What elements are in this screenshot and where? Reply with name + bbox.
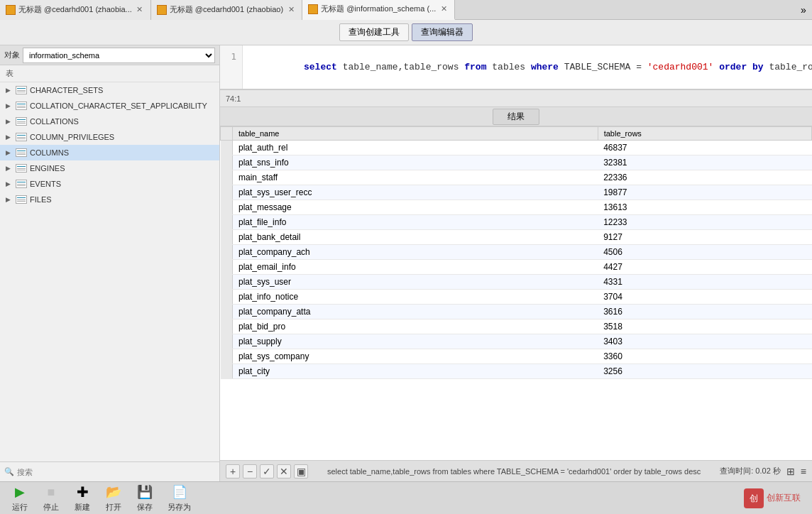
table-row[interactable]: plat_sys_user_recc19877 bbox=[221, 185, 812, 200]
table-icon bbox=[16, 117, 27, 126]
query-editor-button[interactable]: 查询编辑器 bbox=[412, 23, 473, 41]
cursor-position: 74:1 bbox=[226, 94, 241, 103]
code-editor[interactable]: select table_name,table_rows from tables… bbox=[243, 45, 812, 89]
results-area[interactable]: table_name table_rows plat_auth_rel46837… bbox=[220, 126, 812, 460]
brand-name: 创新互联 bbox=[767, 492, 801, 504]
sidebar-item-columns[interactable]: ▶ COLUMNS bbox=[0, 145, 219, 160]
cancel-edit-button[interactable]: ✕ bbox=[277, 464, 291, 479]
table-row[interactable]: plat_sys_user4331 bbox=[221, 275, 812, 290]
table-icon bbox=[16, 148, 27, 157]
db-select[interactable]: information_schema bbox=[23, 48, 215, 63]
save-button[interactable]: 💾 保存 bbox=[136, 483, 153, 513]
run-button[interactable]: ▶ 运行 bbox=[11, 483, 28, 513]
sidebar-item-collations[interactable]: ▶ COLLATIONS bbox=[0, 114, 219, 129]
tab-label-2: 无标题 @cedarhd001 (zhaobiao) bbox=[170, 4, 283, 15]
sidebar-item-column-privileges[interactable]: ▶ COLUMN_PRIVILEGES bbox=[0, 129, 219, 145]
results-button[interactable]: 结果 bbox=[493, 109, 539, 125]
remove-row-button[interactable]: − bbox=[243, 464, 257, 479]
table-row[interactable]: plat_email_info4427 bbox=[221, 260, 812, 275]
tab-1[interactable]: 无标题 @cedarhd001 (zhaobia... ✕ bbox=[0, 0, 151, 20]
sidebar-item-events[interactable]: ▶ EVENTS bbox=[0, 176, 219, 192]
query-time-text: 查询时间: 0.02 秒 bbox=[720, 466, 781, 476]
toolbar: 查询创建工具 查询编辑器 bbox=[0, 20, 812, 45]
table-icon bbox=[16, 164, 27, 173]
table-row[interactable]: plat_sys_company3360 bbox=[221, 349, 812, 364]
cell-table-rows: 3518 bbox=[598, 319, 811, 334]
table-row[interactable]: plat_company_atta3616 bbox=[221, 305, 812, 319]
table-row[interactable]: plat_bank_detail9127 bbox=[221, 230, 812, 245]
sidebar-items: ▶ CHARACTER_SETS ▶ COLLATION_CHARACTER_S… bbox=[0, 82, 219, 461]
check-button[interactable]: ✓ bbox=[260, 464, 274, 479]
new-button[interactable]: ✚ 新建 bbox=[74, 483, 91, 513]
stop-icon: ■ bbox=[43, 483, 60, 501]
expand-arrow: ▶ bbox=[6, 87, 13, 94]
sidebar-item-files[interactable]: ▶ FILES bbox=[0, 192, 219, 207]
expand-arrow: ▶ bbox=[6, 196, 13, 203]
bottom-toolbar: + − ✓ ✕ ▣ select table_name,table_rows f… bbox=[220, 460, 812, 481]
status-bar: 74:1 bbox=[220, 89, 812, 106]
list-icon[interactable]: ≡ bbox=[801, 466, 806, 477]
expand-arrow: ▶ bbox=[6, 102, 13, 109]
expand-arrow: ▶ bbox=[6, 180, 13, 187]
tab-2[interactable]: 无标题 @cedarhd001 (zhaobiao) ✕ bbox=[151, 0, 302, 20]
tab-close-3[interactable]: ✕ bbox=[439, 4, 449, 14]
table-row[interactable]: main_staff22336 bbox=[221, 170, 812, 185]
editor-area[interactable]: 1 select table_name,table_rows from tabl… bbox=[220, 45, 812, 89]
table-row[interactable]: plat_auth_rel46837 bbox=[221, 141, 812, 155]
cell-table-name: plat_info_notice bbox=[233, 290, 598, 305]
col-header-table-rows[interactable]: table_rows bbox=[598, 127, 811, 141]
table-row[interactable]: plat_company_ach4506 bbox=[221, 245, 812, 260]
sidebar-header: 对象 information_schema bbox=[0, 45, 219, 65]
tab-overflow[interactable]: » bbox=[795, 0, 812, 20]
grid-icon[interactable]: ⊞ bbox=[786, 466, 795, 477]
tab-3[interactable]: 无标题 @information_schema (... ✕ bbox=[302, 0, 455, 20]
cell-table-rows: 22336 bbox=[598, 170, 811, 185]
tab-db-icon-1 bbox=[6, 5, 16, 15]
item-label: COLUMNS bbox=[30, 148, 69, 157]
table-row[interactable]: plat_sns_info32381 bbox=[221, 155, 812, 170]
cell-table-rows: 4506 bbox=[598, 245, 811, 260]
table-row[interactable]: plat_message13613 bbox=[221, 200, 812, 215]
tab-close-2[interactable]: ✕ bbox=[286, 5, 296, 15]
table-row[interactable]: plat_city3256 bbox=[221, 364, 812, 379]
stop-button[interactable]: ■ 停止 bbox=[43, 483, 60, 513]
action-bar: ▶ 运行 ■ 停止 ✚ 新建 📂 打开 💾 保存 📄 另存为 创 创新互联 bbox=[0, 481, 812, 514]
sidebar-item-engines[interactable]: ▶ ENGINES bbox=[0, 160, 219, 176]
item-label: ENGINES bbox=[30, 164, 65, 173]
tab-close-1[interactable]: ✕ bbox=[135, 5, 145, 15]
col-header-table-name[interactable]: table_name bbox=[233, 127, 598, 141]
table-icon bbox=[16, 180, 27, 188]
item-label: COLUMN_PRIVILEGES bbox=[30, 133, 114, 141]
row-number bbox=[221, 245, 233, 260]
object-label: 对象 bbox=[4, 50, 20, 60]
row-number bbox=[221, 230, 233, 245]
results-header: 结果 bbox=[220, 106, 812, 126]
table-row[interactable]: plat_file_info12233 bbox=[221, 215, 812, 230]
expand-arrow: ▶ bbox=[6, 133, 13, 141]
cell-table-name: plat_bank_detail bbox=[233, 230, 598, 245]
tab-label-1: 无标题 @cedarhd001 (zhaobia... bbox=[18, 4, 132, 15]
cell-table-name: plat_bid_pro bbox=[233, 319, 598, 334]
sidebar-item-collation-charset[interactable]: ▶ COLLATION_CHARACTER_SET_APPLICABILITY bbox=[0, 98, 219, 114]
add-row-button[interactable]: + bbox=[226, 464, 240, 479]
open-button[interactable]: 📂 打开 bbox=[105, 483, 122, 513]
search-input[interactable] bbox=[17, 468, 215, 476]
cell-table-rows: 3616 bbox=[598, 305, 811, 319]
item-label: CHARACTER_SETS bbox=[30, 86, 103, 94]
table-row[interactable]: plat_info_notice3704 bbox=[221, 290, 812, 305]
table-row[interactable]: plat_bid_pro3518 bbox=[221, 319, 812, 334]
save-as-icon: 📄 bbox=[171, 483, 188, 501]
cell-table-rows: 4427 bbox=[598, 260, 811, 275]
sidebar-item-character-sets[interactable]: ▶ CHARACTER_SETS bbox=[0, 82, 219, 98]
table-row[interactable]: plat_supply3403 bbox=[221, 334, 812, 349]
row-number bbox=[221, 364, 233, 379]
query-create-button[interactable]: 查询创建工具 bbox=[339, 23, 409, 41]
page-wrapper: 无标题 @cedarhd001 (zhaobia... ✕ 无标题 @cedar… bbox=[0, 0, 812, 514]
square-button[interactable]: ▣ bbox=[294, 464, 308, 479]
item-label: EVENTS bbox=[30, 180, 61, 188]
row-number bbox=[221, 305, 233, 319]
cell-table-rows: 4331 bbox=[598, 275, 811, 290]
brand-logo: 创 创新互联 bbox=[744, 488, 801, 508]
cell-table-name: plat_supply bbox=[233, 334, 598, 349]
save-as-button[interactable]: 📄 另存为 bbox=[168, 483, 191, 513]
